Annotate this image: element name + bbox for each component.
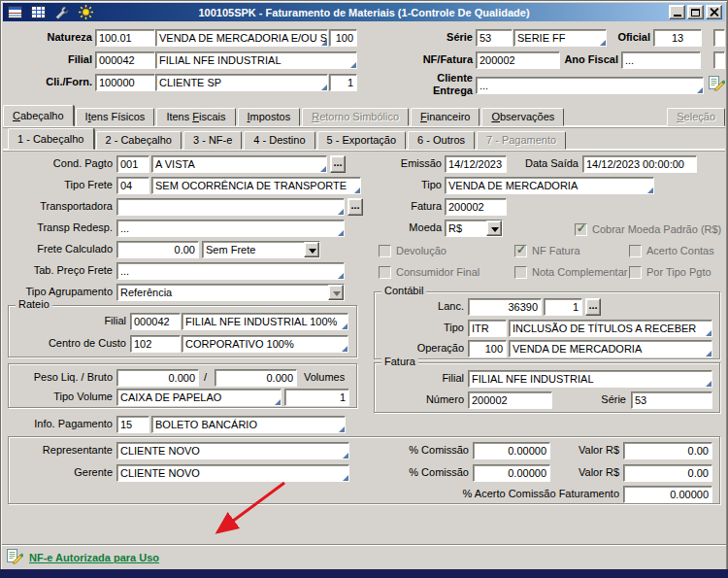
tab-impostos[interactable]: Impostos	[238, 108, 301, 126]
cond-pagto-code-field[interactable]: 001	[116, 155, 149, 173]
filial-desc-field[interactable]: FILIAL NFE INDUSTRIAL	[155, 51, 357, 69]
natureza-code-field[interactable]: 100.01	[95, 29, 155, 47]
filial-label: Filial	[0, 51, 92, 69]
rep-valor-field[interactable]: 0.00	[623, 442, 712, 459]
tab-itens-fisicos[interactable]: Itens Físicos	[76, 108, 155, 126]
checkbox-box	[379, 245, 391, 257]
data-saida-field[interactable]: 14/12/2023 00:00:00	[582, 155, 697, 173]
fatura-label: Fatura	[386, 198, 442, 216]
wrench-icon[interactable]	[54, 6, 70, 19]
tipo-volume-field[interactable]: CAIXA DE PAPELAO	[116, 389, 281, 406]
frete-calculado-field[interactable]: 0.00	[116, 241, 199, 258]
dropdown-arrow-icon[interactable]	[304, 242, 319, 257]
centro-custo-code-field[interactable]: 102	[130, 335, 181, 353]
cli-forn-extra-field[interactable]: 1	[329, 74, 357, 91]
natureza-desc-field[interactable]: VENDA DE MERCADORIA E/OU SERVI	[155, 29, 328, 47]
checkbox-devolucao[interactable]: Devolução	[379, 244, 447, 257]
frete-modalidade-combo[interactable]: Sem Frete	[202, 241, 320, 258]
tab-preco-frete-field[interactable]: ...	[116, 262, 345, 280]
close-button[interactable]	[706, 5, 722, 19]
lanc-num-field[interactable]: 36390	[468, 298, 542, 316]
ano-fiscal-label: Ano Fiscal	[561, 51, 618, 69]
checkbox-nota-complementar[interactable]: Nota Complementar	[514, 265, 627, 279]
centro-custo-desc-field[interactable]: CORPORATIVO 100%	[182, 335, 348, 353]
moeda-label: Moeda	[386, 220, 442, 237]
peso-liquido-field[interactable]: 0.000	[116, 369, 199, 387]
subtab-3-nfe[interactable]: 3 - NF-e	[183, 131, 242, 150]
serie-desc-field[interactable]: SERIE FF	[513, 29, 607, 47]
header-mini-box-1[interactable]	[713, 29, 725, 47]
tipo-frete-code-field[interactable]: 04	[116, 177, 149, 194]
contabil-tipo-desc-field[interactable]: INCLUSÃO DE TÍTULOS A RECEBER	[509, 320, 712, 337]
peso-bruto-field[interactable]: 0.000	[215, 369, 297, 387]
tab-itens-fiscais[interactable]: Itens Fiscais	[156, 108, 235, 126]
contabil-tipo-code-field[interactable]: ITR	[468, 320, 507, 337]
emissao-field[interactable]: 14/12/2023	[445, 155, 507, 173]
titlebar[interactable]: 100105SPK - Faturamento de Materiais (1-…	[3, 3, 725, 21]
checkbox-por-tipo-pgto[interactable]: Por Tipo Pgto	[629, 265, 711, 279]
moeda-combo[interactable]: R$	[445, 220, 503, 237]
subtab-4-destino[interactable]: 4 - Destino	[244, 131, 314, 150]
fatura-numero-field[interactable]: 200002	[468, 391, 552, 409]
checkbox-acerto-contas[interactable]: Acerto Contas	[629, 244, 714, 257]
info-pagamento-code-field[interactable]: 15	[116, 416, 149, 433]
tab-financeiro[interactable]: Financeiro	[411, 108, 480, 126]
tab-observacoes[interactable]: Observações	[481, 108, 564, 126]
serie-code-field[interactable]: 53	[476, 29, 513, 47]
tipo-frete-desc-field[interactable]: SEM OCORRÊNCIA DE TRANSPORTE	[151, 177, 361, 194]
cond-pagto-label: Cond. Pagto	[0, 155, 113, 173]
nf-fatura-field[interactable]: 200002	[476, 51, 560, 69]
cliente-entrega-field[interactable]: ...	[476, 77, 704, 94]
cli-forn-code-field[interactable]: 100000	[95, 74, 155, 91]
dropdown-arrow-icon[interactable]	[486, 221, 502, 236]
tab-cabecalho[interactable]: Cabeçalho	[3, 105, 74, 126]
filial-code-field[interactable]: 000042	[95, 51, 155, 69]
lanc-browse-button[interactable]: ...	[585, 298, 601, 316]
operacao-desc-field[interactable]: VENDA DE MERCADORIA	[509, 340, 712, 357]
oficial-field[interactable]: 13	[653, 29, 702, 47]
transportadora-browse-button[interactable]: ...	[347, 198, 363, 216]
tipo-agrupamento-combo[interactable]: Referência	[116, 284, 345, 301]
checkbox-cobrar-moeda[interactable]: Cobrar Moeda Padrão (R$)	[575, 222, 721, 236]
fatura-field[interactable]: 200002	[445, 198, 507, 216]
lanc-seq-field[interactable]: 1	[544, 298, 582, 316]
operacao-code-field[interactable]: 100	[468, 340, 507, 357]
tipo-field[interactable]: VENDA DE MERCADORIA	[445, 177, 654, 194]
checkbox-label: Consumidor Final	[396, 266, 480, 278]
fatura-filial-field[interactable]: FILIAL NFE INDUSTRIAL	[468, 370, 712, 388]
window-controls	[669, 5, 725, 19]
contabil-group-title: Contábil	[381, 285, 426, 297]
grid-icon[interactable]	[31, 6, 46, 18]
subtab-1-cabecalho[interactable]: 1 - Cabeçalho	[8, 128, 94, 150]
fatura-serie-field[interactable]: 53	[631, 391, 712, 409]
minimize-button[interactable]	[669, 5, 685, 19]
gerente-field[interactable]: CLIENTE NOVO	[116, 464, 349, 482]
checkbox-label: Acerto Contas	[646, 245, 714, 256]
rep-pct-comissao-field[interactable]: 0.00000	[473, 442, 550, 459]
ger-valor-field[interactable]: 0.00	[623, 464, 712, 482]
volumes-qtd-field[interactable]: 1	[284, 389, 349, 406]
note-edit-icon[interactable]	[708, 75, 725, 94]
ano-fiscal-field[interactable]: ...	[621, 51, 701, 69]
rateio-filial-code-field[interactable]: 000042	[130, 313, 181, 330]
checkbox-nf-fatura[interactable]: NF Fatura	[514, 244, 580, 257]
ger-pct-comissao-field[interactable]: 0.00000	[473, 464, 550, 482]
checkbox-consumidor-final[interactable]: Consumidor Final	[379, 265, 480, 279]
cond-pagto-browse-button[interactable]: ...	[330, 155, 346, 173]
info-pagamento-desc-field[interactable]: BOLETO BANCÁRIO	[151, 416, 346, 433]
representante-field[interactable]: CLIENTE NOVO	[116, 442, 349, 459]
header-mini-box-2[interactable]	[713, 51, 725, 69]
maximize-button[interactable]	[687, 5, 704, 19]
checkbox-box	[629, 266, 642, 279]
acerto-comissao-field[interactable]: 0.00000	[623, 486, 712, 503]
natureza-extra-field[interactable]: 100	[329, 29, 357, 47]
subtab-5-exportacao[interactable]: 5 - Exportação	[317, 131, 407, 150]
cli-forn-desc-field[interactable]: CLIENTE SP	[155, 74, 328, 91]
subtab-6-outros[interactable]: 6 - Outros	[408, 131, 475, 150]
rateio-filial-desc-field[interactable]: FILIAL NFE INDUSTRIAL 100%	[182, 313, 348, 330]
sun-icon[interactable]	[79, 5, 93, 19]
subtab-2-cabecalho[interactable]: 2 - Cabeçalho	[96, 131, 182, 150]
transportadora-field[interactable]	[116, 198, 345, 216]
cond-pagto-desc-field[interactable]: A VISTA	[151, 155, 327, 173]
transp-redesp-field[interactable]: ...	[116, 220, 345, 237]
